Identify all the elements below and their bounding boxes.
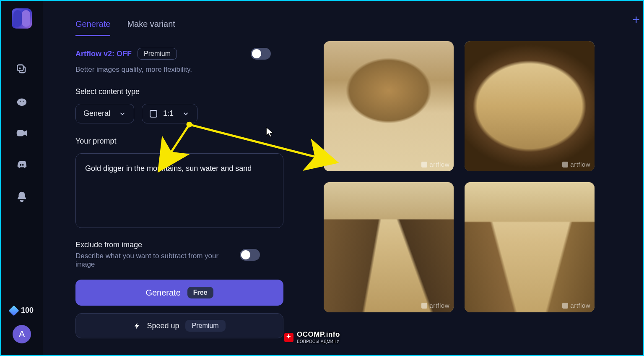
result-image[interactable]: artflow: [465, 182, 595, 312]
add-button[interactable]: +: [632, 13, 640, 27]
v2-label: Artflow v2: OFF: [75, 50, 132, 58]
svg-point-3: [20, 100, 21, 102]
nav-bell-icon[interactable]: [15, 190, 29, 204]
speedup-button[interactable]: Speed up Premium: [75, 313, 283, 338]
result-image[interactable]: artflow: [324, 182, 454, 312]
nav-image-icon[interactable]: [15, 94, 29, 108]
speedup-premium-tag: Premium: [185, 320, 226, 332]
sidebar: 100 A: [1, 1, 43, 355]
svg-rect-5: [17, 130, 23, 136]
v2-toggle[interactable]: [251, 48, 271, 60]
prompt-label: Your prompt: [75, 137, 283, 146]
chevron-down-icon: [182, 110, 190, 118]
tab-generate[interactable]: Generate: [75, 19, 110, 36]
content-type-label: Select content type: [75, 87, 283, 96]
artflow-v2-row: Artflow v2: OFF Premium: [75, 48, 283, 60]
watermark: artflow: [421, 161, 449, 168]
result-image[interactable]: artflow: [465, 41, 595, 171]
content-type-select[interactable]: General: [75, 104, 134, 123]
chevron-down-icon: [119, 110, 126, 118]
exclude-desc: Describe what you want to subtract from …: [75, 252, 226, 269]
credits-count[interactable]: 100: [10, 306, 34, 315]
result-gallery: artflow artflow artflow artflow: [324, 41, 635, 312]
watermark: artflow: [421, 302, 449, 309]
v2-premium-badge: Premium: [138, 48, 177, 60]
generate-button-label: Generate: [145, 288, 180, 298]
avatar-initial: A: [19, 329, 25, 340]
tabs: Generate Make variant: [75, 11, 283, 36]
v2-desc: Better images quality, more flexibility.: [75, 65, 283, 74]
generate-button[interactable]: Generate Free: [75, 280, 283, 306]
credits-value: 100: [21, 306, 34, 315]
thumb-icon: [465, 182, 595, 312]
aspect-ratio-select[interactable]: 1:1: [142, 104, 197, 123]
content-type-value: General: [83, 109, 110, 118]
generate-panel: Generate Make variant Artflow v2: OFF Pr…: [43, 1, 299, 355]
app-logo[interactable]: [12, 8, 32, 29]
prompt-text: Gold digger in the mountains, sun water …: [85, 164, 252, 173]
exclude-toggle[interactable]: [240, 249, 260, 261]
watermark: artflow: [562, 302, 590, 309]
thumb-icon: [465, 41, 595, 171]
ratio-icon: [150, 110, 157, 118]
ratio-value: 1:1: [163, 109, 174, 118]
speedup-label: Speed up: [147, 322, 179, 330]
generate-free-tag: Free: [187, 287, 213, 298]
nav-video-icon[interactable]: [15, 126, 29, 140]
thumb-icon: [324, 41, 454, 171]
watermark: artflow: [562, 161, 590, 168]
result-image[interactable]: artflow: [324, 41, 454, 171]
nav: [15, 62, 29, 204]
bolt-icon: [133, 321, 141, 330]
exclude-label: Exclude from image: [75, 241, 226, 249]
svg-point-4: [23, 100, 24, 102]
svg-point-2: [19, 68, 21, 69]
prompt-input[interactable]: Gold digger in the mountains, sun water …: [75, 153, 283, 228]
avatar[interactable]: A: [13, 325, 31, 343]
thumb-icon: [324, 182, 454, 312]
nav-copy-icon[interactable]: [15, 62, 29, 76]
tab-variant[interactable]: Make variant: [127, 19, 175, 36]
nav-discord-icon[interactable]: [15, 158, 29, 172]
gem-icon: [8, 305, 19, 316]
